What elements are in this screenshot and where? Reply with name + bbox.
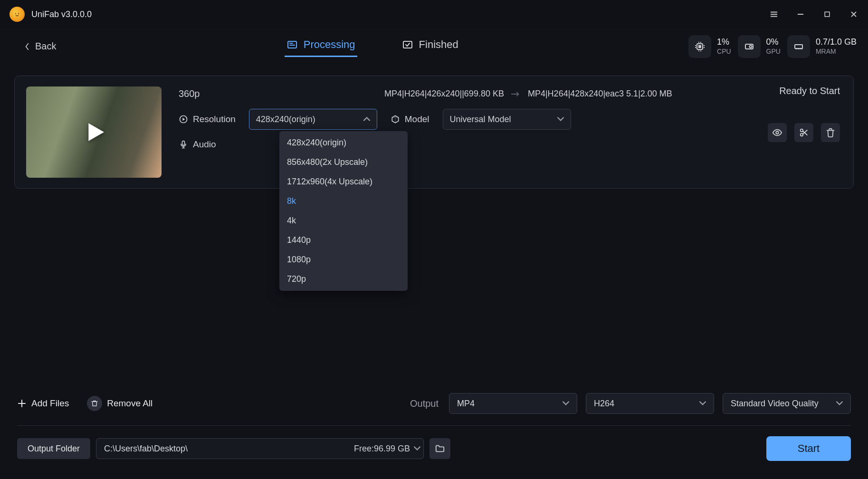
play-icon <box>81 119 107 145</box>
svg-point-8 <box>749 45 752 48</box>
cpu-label: CPU <box>717 48 731 56</box>
stat-gpu: 0% GPU <box>738 35 781 58</box>
model-selected-value: Universal Model <box>450 115 511 125</box>
maximize-icon[interactable] <box>822 10 832 19</box>
eye-icon <box>772 127 782 138</box>
plus-icon <box>17 399 27 408</box>
resolution-option[interactable]: 8k <box>279 192 408 211</box>
svg-point-1 <box>18 13 19 14</box>
output-format-value: MP4 <box>457 399 475 409</box>
video-thumbnail[interactable] <box>26 86 162 178</box>
tab-finished-label: Finished <box>419 38 458 51</box>
arrow-icon <box>511 91 521 97</box>
preview-button[interactable] <box>768 123 787 142</box>
chevron-down-icon <box>699 401 706 406</box>
svg-point-0 <box>15 13 16 14</box>
svg-point-12 <box>776 131 779 134</box>
mram-value: 0.7/1.0 GB <box>816 37 857 48</box>
gpu-label: GPU <box>766 48 781 56</box>
target-info: MP4|H264|428x240|eac3 5.1|2.00 MB <box>528 89 672 99</box>
cpu-icon <box>688 35 711 58</box>
add-files-label: Add Files <box>31 398 69 409</box>
microphone-icon <box>179 140 188 149</box>
close-icon[interactable] <box>849 10 858 19</box>
free-space: Free:96.99 GB <box>354 444 410 454</box>
resolution-option[interactable]: 1712x960(4x Upscale) <box>279 172 408 192</box>
audio-label: Audio <box>179 139 216 150</box>
processing-icon <box>286 39 298 50</box>
output-format-select[interactable]: MP4 <box>449 393 577 414</box>
back-label: Back <box>35 41 56 52</box>
file-card: 360p MP4|H264|426x240||699.80 KB MP4|H26… <box>14 76 854 189</box>
stat-cpu: 1% CPU <box>688 35 731 58</box>
remove-all-button[interactable]: Remove All <box>87 396 153 411</box>
minimize-icon[interactable] <box>796 10 805 19</box>
resolution-option[interactable]: 1080p <box>279 250 408 269</box>
svg-rect-2 <box>825 12 830 17</box>
mram-label: MRAM <box>816 48 857 56</box>
chevron-up-icon <box>363 117 370 122</box>
gpu-icon <box>738 35 761 58</box>
chevron-down-icon <box>414 446 420 451</box>
output-codec-value: H264 <box>594 399 614 409</box>
remove-all-label: Remove All <box>107 398 153 409</box>
source-quality: 360p <box>179 88 236 99</box>
back-button[interactable]: Back <box>25 41 56 52</box>
finished-icon <box>402 39 413 50</box>
tab-processing-label: Processing <box>304 38 355 51</box>
chevron-down-icon <box>563 401 569 406</box>
model-icon <box>391 115 400 124</box>
gpu-value: 0% <box>766 37 781 48</box>
tab-finished[interactable]: Finished <box>400 36 460 57</box>
chevron-down-icon <box>557 117 564 122</box>
model-label: Model <box>391 114 429 125</box>
svg-rect-4 <box>403 41 412 48</box>
file-status: Ready to Start <box>779 86 840 96</box>
resolution-option[interactable]: 4k <box>279 211 408 230</box>
resolution-select[interactable]: 428x240(origin) <box>249 109 377 130</box>
resolution-option[interactable]: 1440p <box>279 230 408 250</box>
output-path-field[interactable]: C:\Users\fab\Desktop\ Free:96.99 GB <box>96 438 424 459</box>
add-files-button[interactable]: Add Files <box>17 398 69 409</box>
resolution-icon <box>179 115 188 124</box>
output-quality-select[interactable]: Standard Video Quality <box>723 393 851 414</box>
chevron-left-icon <box>25 43 29 50</box>
output-codec-select[interactable]: H264 <box>586 393 714 414</box>
resolution-selected-value: 428x240(origin) <box>256 115 315 125</box>
app-logo-icon <box>10 7 25 22</box>
stat-mram: 0.7/1.0 GB MRAM <box>787 35 857 58</box>
output-path-value: C:\Users\fab\Desktop\ <box>104 444 188 454</box>
folder-icon <box>435 443 445 454</box>
tab-processing[interactable]: Processing <box>285 36 357 57</box>
mram-icon <box>787 35 810 58</box>
output-folder-button[interactable]: Output Folder <box>17 438 90 459</box>
app-title: UniFab v3.0.0.0 <box>31 10 92 19</box>
resolution-label: Resolution <box>179 114 236 125</box>
model-select[interactable]: Universal Model <box>443 109 571 130</box>
top-navigation: Back Processing Finished 1% CPU 0% <box>0 29 868 64</box>
scissors-icon <box>799 127 809 138</box>
cpu-value: 1% <box>717 37 731 48</box>
output-quality-value: Standard Video Quality <box>731 399 819 409</box>
resolution-option[interactable]: 856x480(2x Upscale) <box>279 153 408 172</box>
delete-button[interactable] <box>821 123 840 142</box>
trim-button[interactable] <box>794 123 813 142</box>
source-info: MP4|H264|426x240||699.80 KB <box>384 89 504 99</box>
resolution-option[interactable]: 428x240(origin) <box>279 133 408 153</box>
start-label: Start <box>798 442 820 455</box>
resolution-dropdown: 428x240(origin)856x480(2x Upscale)1712x9… <box>279 131 408 291</box>
resolution-option[interactable]: 720p <box>279 269 408 289</box>
svg-rect-9 <box>795 45 802 48</box>
chevron-down-icon <box>836 401 843 406</box>
svg-rect-6 <box>698 45 701 48</box>
title-bar: UniFab v3.0.0.0 <box>0 0 868 29</box>
start-button[interactable]: Start <box>766 436 851 461</box>
browse-folder-button[interactable] <box>429 438 450 459</box>
menu-icon[interactable] <box>769 10 779 19</box>
output-label: Output <box>410 398 439 409</box>
trash-icon <box>87 396 102 411</box>
svg-rect-11 <box>182 141 185 145</box>
output-folder-label: Output Folder <box>28 444 80 454</box>
trash-icon <box>825 127 836 138</box>
